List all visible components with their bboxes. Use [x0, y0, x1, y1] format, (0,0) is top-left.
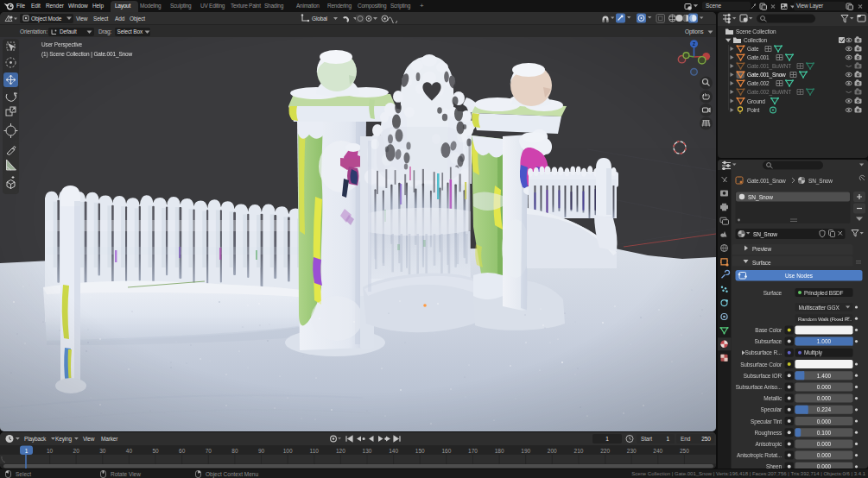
- svg-text:20: 20: [73, 448, 80, 454]
- svg-text:170: 170: [468, 448, 478, 454]
- svg-text:1: 1: [666, 436, 669, 442]
- svg-text:Collection: Collection: [744, 37, 768, 43]
- svg-text:0.000: 0.000: [817, 418, 832, 425]
- svg-text:Playback: Playback: [24, 436, 47, 443]
- svg-text:Subsurface R...: Subsurface R...: [744, 349, 782, 355]
- svg-text:View: View: [83, 436, 95, 442]
- svg-text:Use Nodes: Use Nodes: [785, 273, 814, 279]
- svg-text:Point: Point: [747, 107, 759, 113]
- svg-text:10: 10: [47, 448, 54, 454]
- svg-text:140: 140: [389, 448, 398, 454]
- svg-text:0.224: 0.224: [817, 406, 832, 412]
- svg-text:70: 70: [206, 448, 212, 454]
- svg-text:Surface: Surface: [763, 290, 782, 296]
- svg-text:100: 100: [283, 448, 293, 454]
- svg-text:80: 80: [231, 448, 238, 454]
- svg-text:Anisotropic Rotat...: Anisotropic Rotat...: [737, 452, 782, 459]
- svg-text:180: 180: [495, 448, 504, 454]
- svg-text:(1) Scene Collection | Gate.00: (1) Scene Collection | Gate.001_Snow: [41, 51, 133, 58]
- svg-text:SN_Snow: SN_Snow: [748, 194, 773, 201]
- svg-text:Gate: Gate: [747, 46, 759, 52]
- svg-text:0.000: 0.000: [817, 395, 832, 401]
- svg-text:Gate.002_BuWNT: Gate.002_BuWNT: [747, 89, 791, 96]
- svg-text:1.400: 1.400: [817, 373, 832, 379]
- svg-text:90: 90: [258, 448, 265, 454]
- svg-text:Gate.001_Snow: Gate.001_Snow: [747, 178, 786, 185]
- svg-text:Specular Tint: Specular Tint: [751, 418, 782, 425]
- svg-text:1.000: 1.000: [817, 338, 832, 344]
- svg-text:Preview: Preview: [752, 246, 772, 252]
- svg-text:Ground: Ground: [747, 98, 765, 104]
- svg-text:0.000: 0.000: [817, 441, 832, 447]
- svg-text:250: 250: [680, 448, 689, 454]
- svg-text:50: 50: [152, 448, 159, 454]
- svg-text:Specular: Specular: [761, 406, 782, 413]
- svg-text:250: 250: [701, 436, 711, 442]
- svg-text:Subsurface Aniso...: Subsurface Aniso...: [736, 384, 782, 390]
- svg-text:230: 230: [627, 448, 637, 454]
- svg-text:220: 220: [600, 448, 610, 454]
- svg-text:Marker: Marker: [101, 436, 118, 442]
- svg-text:Subsurface: Subsurface: [755, 338, 782, 344]
- svg-text:1: 1: [605, 436, 609, 442]
- svg-text:240: 240: [653, 448, 662, 454]
- svg-text:0.000: 0.000: [817, 463, 832, 469]
- svg-text:130: 130: [363, 448, 372, 454]
- svg-text:Gate.001: Gate.001: [747, 54, 770, 60]
- svg-text:30: 30: [99, 448, 106, 454]
- svg-text:0.000: 0.000: [817, 384, 832, 390]
- svg-text:1: 1: [25, 448, 29, 454]
- svg-text:Start: Start: [641, 436, 652, 442]
- svg-text:Keying: Keying: [55, 436, 73, 443]
- svg-text:110: 110: [310, 448, 320, 454]
- svg-text:40: 40: [126, 448, 133, 454]
- svg-text:Sheen: Sheen: [766, 463, 782, 469]
- svg-text:Metallic: Metallic: [763, 395, 782, 401]
- svg-text:0.000: 0.000: [817, 452, 832, 458]
- svg-text:0.100: 0.100: [817, 430, 832, 436]
- svg-text:Gate.001_BuWNT: Gate.001_BuWNT: [747, 63, 791, 70]
- svg-text:Roughness: Roughness: [754, 430, 782, 437]
- svg-text:Surface: Surface: [752, 260, 771, 266]
- svg-text:190: 190: [521, 448, 530, 454]
- svg-text:Principled BSDF: Principled BSDF: [804, 290, 844, 297]
- svg-text:Global: Global: [312, 16, 328, 22]
- svg-text:Multiscatter GGX: Multiscatter GGX: [799, 305, 840, 311]
- svg-text:120: 120: [336, 448, 345, 454]
- svg-text:Gate.001_Snow: Gate.001_Snow: [747, 72, 786, 79]
- svg-text:Gate.002: Gate.002: [747, 80, 770, 86]
- svg-text:SN_Snow: SN_Snow: [808, 178, 833, 185]
- svg-text:User Perspective: User Perspective: [41, 41, 83, 48]
- svg-text:End: End: [681, 436, 691, 442]
- svg-text:Multiply: Multiply: [804, 349, 823, 356]
- svg-text:Scene Collection: Scene Collection: [736, 28, 776, 35]
- svg-text:200: 200: [548, 448, 557, 454]
- svg-text:Subsurface Color: Subsurface Color: [740, 362, 782, 368]
- svg-text:SN_Snow: SN_Snow: [753, 231, 777, 238]
- svg-text:210: 210: [574, 448, 584, 454]
- svg-text:60: 60: [179, 448, 186, 454]
- svg-text:150: 150: [415, 448, 425, 454]
- svg-text:Base Color: Base Color: [755, 327, 782, 333]
- svg-text:Anisotropic: Anisotropic: [755, 441, 782, 448]
- svg-text:160: 160: [441, 448, 451, 454]
- svg-text:Subsurface IOR: Subsurface IOR: [744, 373, 782, 379]
- svg-text:Random Walk (Fixed R...: Random Walk (Fixed R...: [798, 317, 852, 322]
